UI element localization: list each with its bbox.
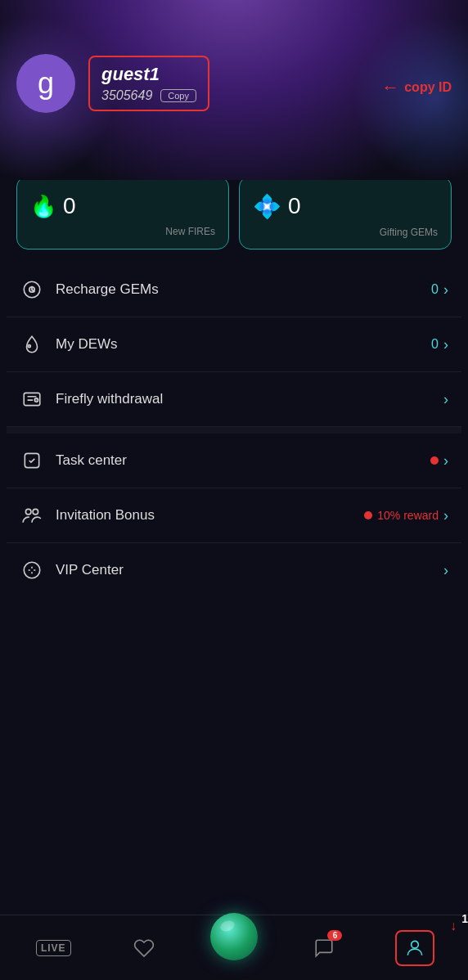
svg-point-3 xyxy=(28,345,30,348)
fires-card[interactable]: 🔥 0 New FIREs xyxy=(16,176,229,249)
invitation-bonus-reward: 10% reward xyxy=(377,509,439,522)
fires-value: 0 xyxy=(63,193,76,219)
vip-center-icon xyxy=(20,558,44,582)
copy-id-label: ← copy ID xyxy=(381,77,452,98)
firefly-withdrawal-chevron-icon: › xyxy=(443,391,448,408)
my-dews-chevron-icon: › xyxy=(443,336,448,353)
recharge-gems-chevron-icon: › xyxy=(443,281,448,299)
profile-info-box: guest1 3505649 Copy xyxy=(88,56,209,111)
task-center-right: › xyxy=(430,452,448,470)
invitation-bonus-right: 10% reward › xyxy=(364,507,448,524)
copy-id-text: copy ID xyxy=(404,80,452,95)
username: guest1 xyxy=(101,64,196,85)
task-center-chevron-icon: › xyxy=(443,452,448,470)
gems-card[interactable]: 💠 0 Gifting GEMs xyxy=(239,176,452,249)
nav-tab-live[interactable]: LIVE xyxy=(8,933,98,963)
vip-center-right: › xyxy=(443,562,448,579)
task-center-dot xyxy=(430,456,439,465)
firefly-withdrawal-right: › xyxy=(443,391,448,408)
fires-icon: 🔥 xyxy=(30,194,56,219)
copy-id-button[interactable]: Copy xyxy=(160,89,196,102)
svg-point-2 xyxy=(29,287,35,293)
firefly-withdrawal-icon xyxy=(20,387,44,411)
svg-point-8 xyxy=(33,509,38,515)
firefly-withdrawal-label: Firefly withdrawal xyxy=(56,391,432,407)
recharge-gems-value: 0 xyxy=(431,282,439,297)
my-dews-icon xyxy=(20,332,44,357)
nav-tab-home[interactable] xyxy=(189,936,279,960)
home-center-icon xyxy=(210,913,258,960)
gems-label: Gifting GEMs xyxy=(380,227,438,238)
vip-center-chevron-icon: › xyxy=(443,562,448,579)
menu-section: Recharge GEMs 0 › My DEWs 0 › Firefly wi… xyxy=(0,263,468,915)
profile-number-badge: 1 xyxy=(461,912,468,925)
live-icon: LIVE xyxy=(38,933,68,963)
gems-icon: 💠 xyxy=(253,193,281,220)
svg-point-7 xyxy=(25,509,31,515)
profile-section: g guest1 3505649 Copy ← copy ID xyxy=(0,46,468,129)
invitation-bonus-dot xyxy=(364,511,372,519)
recharge-gems-label: Recharge GEMs xyxy=(56,281,420,298)
recharge-gems-icon xyxy=(20,277,44,302)
svg-point-9 xyxy=(24,562,40,578)
nav-tab-heart[interactable] xyxy=(98,933,188,963)
cards-row: 🔥 0 New FIREs 💠 0 Gifting GEMs xyxy=(0,169,468,263)
nav-tab-chat[interactable]: 6 xyxy=(279,933,369,963)
svg-point-5 xyxy=(34,398,38,402)
my-dews-right: 0 › xyxy=(431,336,448,353)
task-center-icon xyxy=(20,448,44,473)
my-dews-label: My DEWs xyxy=(56,336,420,353)
copy-id-arrow-icon: ← xyxy=(381,77,399,98)
nav-tab-profile[interactable]: 1 ↓ xyxy=(370,930,460,966)
menu-item-firefly-withdrawal[interactable]: Firefly withdrawal › xyxy=(7,372,461,427)
menu-item-invitation-bonus[interactable]: Invitation Bonus 10% reward › xyxy=(7,488,461,543)
bottom-nav: LIVE 6 1 ↓ xyxy=(0,915,468,980)
task-center-label: Task center xyxy=(56,452,419,469)
avatar: g xyxy=(16,54,75,113)
menu-item-vip-center[interactable]: VIP Center › xyxy=(7,543,461,597)
invitation-bonus-label: Invitation Bonus xyxy=(56,507,353,524)
menu-item-recharge-gems[interactable]: Recharge GEMs 0 › xyxy=(7,263,461,317)
vip-center-label: VIP Center xyxy=(56,562,432,578)
profile-nav-icon xyxy=(400,933,430,963)
gems-value: 0 xyxy=(288,193,301,219)
heart-icon xyxy=(129,933,159,963)
menu-item-my-dews[interactable]: My DEWs 0 › xyxy=(7,317,461,372)
profile-arrow-icon: ↓ xyxy=(450,919,457,933)
menu-item-task-center[interactable]: Task center › xyxy=(7,434,461,488)
my-dews-value: 0 xyxy=(431,337,439,352)
chat-badge: 6 xyxy=(327,930,342,941)
svg-point-10 xyxy=(411,941,418,948)
menu-divider xyxy=(7,427,461,434)
fires-label: New FIREs xyxy=(165,226,215,237)
profile-active-box xyxy=(395,930,434,966)
invitation-bonus-chevron-icon: › xyxy=(443,507,448,524)
chat-icon: 6 xyxy=(309,933,339,963)
recharge-gems-right: 0 › xyxy=(431,281,448,299)
user-id: 3505649 xyxy=(101,88,152,103)
invitation-bonus-icon xyxy=(20,503,44,528)
